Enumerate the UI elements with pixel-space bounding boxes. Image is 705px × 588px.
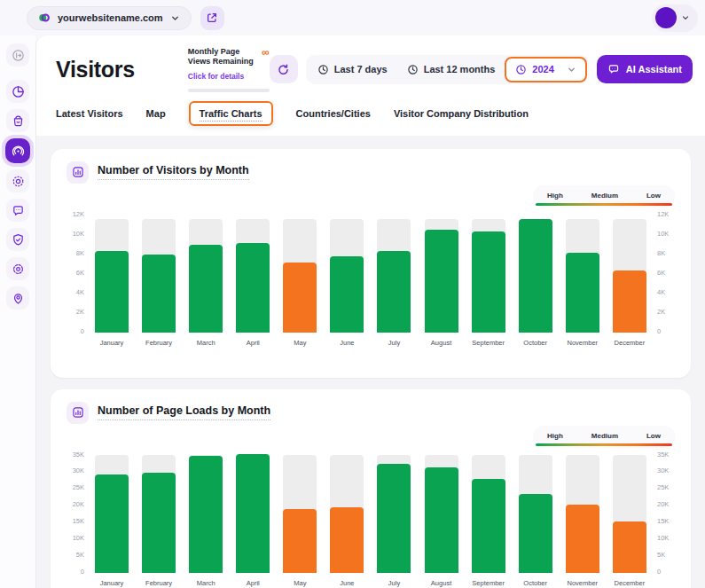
y-tick: 6K: [76, 269, 84, 277]
tab-traffic-charts[interactable]: Traffic Charts: [189, 101, 273, 126]
y-axis-left: 12K10K8K6K4K2K0: [67, 210, 90, 335]
quota-details-link[interactable]: Click for details: [188, 72, 244, 81]
bar-april[interactable]: [236, 213, 270, 333]
bar-fill: [283, 263, 317, 333]
bar-fill: [566, 505, 599, 572]
bar-june[interactable]: [330, 453, 364, 573]
bar-march[interactable]: [189, 453, 223, 573]
date-range-selector: Last 7 days Last 12 months 2024: [306, 55, 589, 84]
x-label: December: [613, 579, 646, 587]
target-dots-icon: [12, 175, 25, 188]
tab-countries-cities[interactable]: Countries/Cities: [296, 108, 371, 119]
bar-august[interactable]: [425, 453, 458, 573]
y-axis-right: 35K30K25K20K15K10K5K0: [651, 451, 675, 576]
avatar: [655, 7, 677, 28]
y-tick: 5K: [657, 551, 665, 559]
page-views-quota-widget[interactable]: Monthly Page Views Remaining Click for d…: [188, 47, 270, 92]
bar-november[interactable]: [566, 213, 599, 333]
bar-august[interactable]: [425, 213, 458, 333]
sidebar-item-communication[interactable]: [6, 199, 29, 222]
bar-september[interactable]: [472, 453, 505, 573]
ai-assistant-button[interactable]: AI Assistant: [597, 55, 693, 83]
tab-map[interactable]: Map: [146, 108, 166, 119]
open-website-button[interactable]: [200, 6, 224, 30]
bar-january[interactable]: [95, 453, 129, 573]
y-tick: 8K: [76, 249, 84, 257]
page-header: Visitors Monthly Page Views Remaining Cl…: [36, 35, 705, 96]
tab-visitor-company-distribution[interactable]: Visitor Company Distribution: [394, 108, 529, 119]
y-tick: 25K: [657, 483, 669, 491]
bar-fill: [142, 255, 176, 333]
range-last-12-months[interactable]: Last 12 months: [397, 57, 505, 82]
x-label: October: [519, 339, 552, 347]
sidebar-item-settings[interactable]: [6, 257, 29, 280]
bar-march[interactable]: [189, 213, 223, 333]
bar-june[interactable]: [330, 213, 364, 333]
chart: 12K10K8K6K4K2K0 JanuaryFebruaryMarchApri…: [67, 213, 675, 347]
bar-fill: [425, 230, 458, 333]
y-tick: 0: [81, 568, 84, 576]
chevron-down-icon: [681, 13, 690, 22]
bar-december[interactable]: [613, 453, 646, 573]
tab-latest-visitors[interactable]: Latest Visitors: [56, 108, 123, 119]
location-pin-icon: [12, 292, 25, 305]
bar-may[interactable]: [283, 213, 317, 333]
sidebar-item-location[interactable]: [6, 286, 29, 310]
legend-high: High: [547, 432, 563, 440]
bar-fill: [519, 494, 552, 573]
y-tick: 2K: [657, 308, 665, 316]
profile-menu[interactable]: [652, 4, 698, 32]
sidebar-item-behavior[interactable]: [6, 169, 29, 192]
x-label: August: [425, 579, 458, 587]
header-controls: Last 7 days Last 12 months 2024: [270, 55, 693, 84]
bar-february[interactable]: [142, 213, 176, 333]
chat-icon: [607, 63, 620, 75]
bar-fill: [236, 243, 270, 332]
bar-september[interactable]: [472, 213, 505, 333]
bar-fill: [519, 219, 552, 332]
sidebar-item-visitors[interactable]: [5, 138, 30, 163]
bar-october[interactable]: [519, 453, 552, 573]
y-tick: 0: [81, 327, 84, 335]
y-tick: 20K: [657, 500, 669, 508]
y-tick: 0: [657, 568, 661, 576]
bar-january[interactable]: [95, 213, 129, 333]
bar-fill: [189, 456, 223, 572]
y-tick: 0: [657, 327, 661, 335]
bar-fill: [613, 521, 646, 572]
x-label: April: [236, 579, 270, 587]
legend-low: Low: [646, 432, 661, 440]
sidebar-item-privacy[interactable]: [6, 228, 29, 251]
x-label: September: [472, 579, 505, 587]
bar-february[interactable]: [142, 453, 176, 573]
bar-fill: [330, 256, 364, 333]
bar-october[interactable]: [519, 213, 552, 333]
sidebar-toggle-button[interactable]: [6, 43, 29, 67]
bar-july[interactable]: [377, 213, 411, 333]
x-label: June: [330, 579, 364, 587]
website-selector[interactable]: yourwebsitename.com: [27, 6, 192, 30]
plot-area: [90, 213, 651, 333]
sidebar-item-apps[interactable]: [6, 109, 29, 132]
clock-icon: [407, 64, 419, 75]
chart-title: Number of Visitors by Month: [98, 164, 249, 180]
refresh-button[interactable]: [270, 55, 298, 83]
range-year-dropdown[interactable]: 2024: [505, 57, 586, 82]
y-tick: 12K: [657, 210, 669, 218]
bar-november[interactable]: [566, 453, 599, 573]
y-tick: 15K: [73, 517, 84, 525]
bar-december[interactable]: [613, 213, 646, 333]
bar-chart-icon: [67, 161, 89, 184]
chevron-down-icon: [567, 65, 576, 74]
bar-april[interactable]: [236, 453, 270, 573]
range-last-7-days[interactable]: Last 7 days: [308, 57, 397, 82]
sidebar-item-dashboard[interactable]: [6, 80, 29, 103]
x-label: November: [566, 579, 599, 587]
legend-medium: Medium: [591, 192, 618, 200]
bar-july[interactable]: [377, 453, 411, 573]
y-tick: 12K: [73, 210, 84, 218]
y-tick: 4K: [76, 288, 84, 296]
radar-icon: [12, 145, 25, 158]
bar-may[interactable]: [283, 453, 317, 573]
legend-low: Low: [646, 192, 661, 200]
